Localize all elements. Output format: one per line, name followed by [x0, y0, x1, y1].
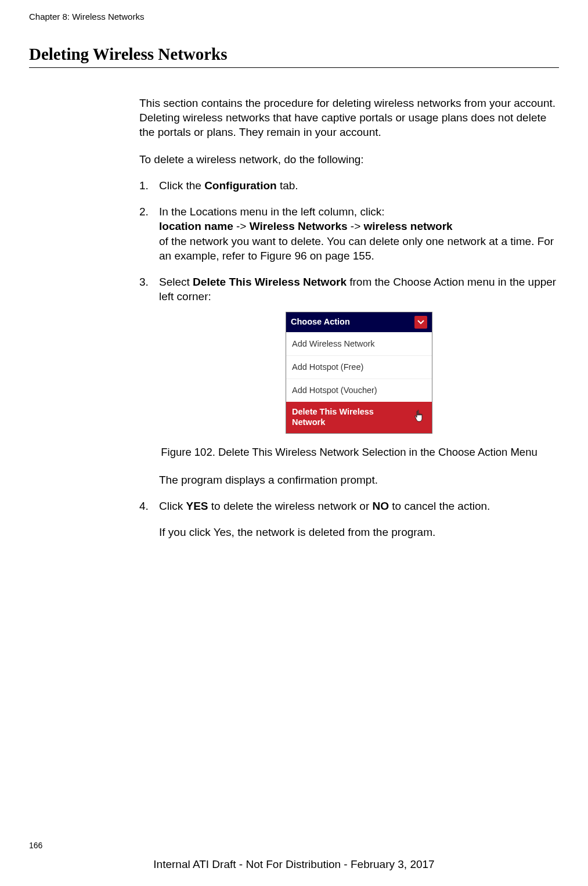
step-text: tab.: [277, 179, 298, 192]
steps-list-cont: Click YES to delete the wireless network…: [139, 499, 559, 513]
nav-arrow: ->: [348, 220, 364, 232]
section-divider: [29, 67, 559, 68]
step-text: Click the: [159, 179, 204, 192]
step-3-result: The program displays a confirmation prom…: [159, 473, 559, 487]
page-number: 166: [29, 841, 42, 850]
delete-action-label: Delete This Wireless Network: [193, 276, 347, 288]
step-text: of the network you want to delete. You c…: [159, 235, 554, 262]
lead-in: To delete a wireless network, do the fol…: [139, 152, 559, 167]
section-title: Deleting Wireless Networks: [29, 45, 559, 64]
menu-item-delete-wireless[interactable]: Delete This Wireless Network: [286, 402, 432, 433]
menu-item-add-hotspot-free[interactable]: Add Hotspot (Free): [286, 355, 432, 379]
menu-item-add-wireless[interactable]: Add Wireless Network: [286, 332, 432, 355]
step-text: to delete the wireless network or: [208, 500, 372, 512]
step-4-result: If you click Yes, the network is deleted…: [159, 525, 559, 539]
configuration-label: Configuration: [204, 179, 277, 192]
step-4: Click YES to delete the wireless network…: [139, 499, 559, 513]
figure-wrap: Choose Action Add Wireless Network Add H…: [159, 312, 559, 434]
intro-paragraph: This section contains the procedure for …: [139, 96, 559, 139]
chevron-down-icon[interactable]: [414, 316, 427, 329]
cursor-hand-icon: [413, 409, 426, 424]
step-text: Select: [159, 276, 193, 288]
nav-arrow: ->: [233, 220, 250, 232]
step-text: Click: [159, 500, 186, 512]
yes-label: YES: [186, 500, 208, 512]
step-text: to cancel the action.: [389, 500, 490, 512]
steps-list: Click the Configuration tab. In the Loca…: [139, 178, 559, 434]
footer-disclaimer: Internal ATI Draft - Not For Distributio…: [0, 858, 588, 871]
no-label: NO: [373, 500, 389, 512]
choose-action-header[interactable]: Choose Action: [286, 312, 432, 332]
step-2: In the Locations menu in the left column…: [139, 204, 559, 262]
nav-path-network: wireless network: [364, 220, 453, 232]
step-1: Click the Configuration tab.: [139, 178, 559, 193]
step-text: In the Locations menu in the left column…: [159, 206, 385, 218]
nav-path-location: location name: [159, 220, 233, 232]
menu-item-delete-label: Delete This Wireless Network: [292, 406, 396, 427]
chapter-header: Chapter 8: Wireless Networks: [29, 12, 559, 21]
choose-action-dropdown[interactable]: Choose Action Add Wireless Network Add H…: [286, 312, 432, 434]
step-3: Select Delete This Wireless Network from…: [139, 275, 559, 434]
nav-path-wireless: Wireless Networks: [250, 220, 348, 232]
menu-item-add-hotspot-voucher[interactable]: Add Hotspot (Voucher): [286, 379, 432, 402]
content-body: This section contains the procedure for …: [139, 96, 559, 539]
choose-action-label: Choose Action: [291, 316, 350, 327]
figure-caption: Figure 102. Delete This Wireless Network…: [139, 445, 559, 459]
